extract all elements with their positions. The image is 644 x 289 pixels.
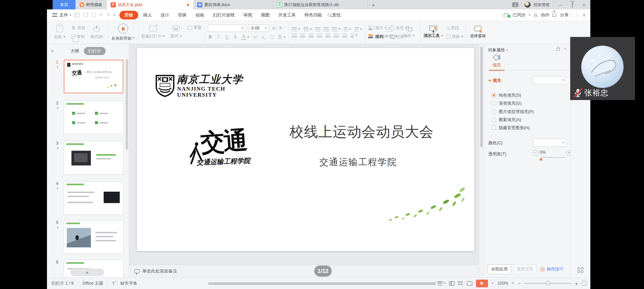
subscript-button[interactable]: x₂ [262, 35, 266, 40]
underline-button[interactable]: U [225, 35, 229, 40]
align-left-icon[interactable] [292, 34, 297, 37]
new-tab-button[interactable]: + [368, 0, 379, 9]
text-direction-button[interactable] [344, 28, 351, 31]
bold-button[interactable]: B [208, 35, 212, 40]
color-dropdown[interactable] [533, 139, 567, 147]
more-options-icon[interactable]: ⋮ [575, 12, 579, 17]
scrollbar-thumb[interactable] [480, 47, 483, 147]
shapes-button[interactable]: 形状 [400, 26, 417, 39]
tab-doc-pptx[interactable]: P 动员大会.pptx [107, 0, 193, 9]
tab-doc-docx[interactable]: W 赛前强调.docx [193, 0, 273, 9]
tab-slides[interactable]: 幻灯片 [84, 47, 106, 55]
zoom-slider[interactable] [524, 283, 571, 284]
tab-home[interactable]: 首页 [53, 0, 75, 9]
sync-status-label[interactable]: 已同步 [513, 12, 526, 18]
slide-thumbnail-1[interactable]: 交通 校线上运动会动员大会 交通运输工程学院 [64, 60, 123, 93]
numbered-list-button[interactable] [304, 28, 312, 31]
reading-view-icon[interactable] [467, 281, 472, 286]
font-name-combo[interactable] [208, 25, 246, 32]
radio-gradient-fill[interactable] [492, 101, 496, 105]
zoom-options-icon[interactable] [512, 283, 514, 284]
distribute-icon[interactable] [325, 34, 330, 37]
transparency-slider-marker[interactable] [539, 158, 543, 160]
replace-button[interactable]: 替换 [446, 34, 463, 40]
justify-icon[interactable] [317, 34, 322, 37]
tips-link[interactable]: 操作技巧 [547, 267, 564, 272]
play-from-current-button[interactable]: 从当前开始 [111, 23, 135, 41]
zoom-slider-knob[interactable] [546, 281, 550, 285]
format-painter-button[interactable]: 格式刷 [88, 25, 105, 40]
tab-insert[interactable]: 插入 [140, 11, 156, 19]
fill-preset-dropdown[interactable] [533, 76, 567, 84]
restore-button[interactable] [568, 2, 577, 7]
increase-indent-icon[interactable] [324, 28, 329, 31]
font-color-button[interactable]: A [241, 34, 249, 40]
paragraph-spacing-icon[interactable] [342, 34, 347, 37]
apps-grid-icon[interactable] [578, 267, 584, 273]
hamburger-icon[interactable] [52, 13, 57, 17]
video-call-tile[interactable]: 张裕忠 [570, 37, 635, 100]
slide-title[interactable]: 校线上运动会动员大会 [258, 123, 466, 141]
minimize-button[interactable]: — [556, 2, 565, 7]
tab-design[interactable]: 设计 [157, 11, 173, 19]
panel-close-button[interactable]: × [564, 46, 567, 51]
customize-qat-icon[interactable] [113, 14, 115, 16]
slide-sorter-icon[interactable] [458, 281, 463, 286]
play-options-icon[interactable] [492, 283, 494, 284]
radio-picture-texture-fill[interactable] [492, 109, 496, 114]
layout-button[interactable]: 版式 [168, 26, 184, 39]
redo-icon[interactable]: ↷ [106, 12, 110, 17]
tab-animation[interactable]: 动画 [192, 11, 208, 19]
transparency-minus-button[interactable]: − [533, 150, 538, 156]
find-button[interactable]: 查找 [446, 25, 463, 31]
reset-background-button[interactable]: 重置背景 [513, 264, 537, 274]
user-avatar[interactable] [525, 2, 531, 8]
tab-slideshow[interactable]: 幻灯片放映 [209, 11, 238, 19]
tab-transition[interactable]: 切换 [174, 11, 191, 19]
fill-section-header[interactable]: 填充 [488, 78, 501, 84]
strikethrough-button[interactable]: S [233, 35, 237, 40]
radio-pattern-fill[interactable] [492, 117, 496, 122]
hide-background-checkbox[interactable] [492, 126, 496, 130]
slide-thumbnail-2[interactable] [64, 101, 123, 134]
chevron-down-icon[interactable] [506, 50, 508, 51]
tab-view[interactable]: 视图 [257, 11, 273, 19]
missing-font-label[interactable]: 缺失字体 [120, 281, 137, 286]
collapse-ribbon-icon[interactable]: ∧ [582, 12, 586, 17]
fullscreen-icon[interactable] [582, 281, 586, 286]
print-icon[interactable] [83, 13, 88, 17]
fill-tab[interactable]: 填充 [489, 54, 504, 71]
tab-outline[interactable]: 大纲 [70, 48, 79, 54]
decrease-font-icon[interactable]: A⁻ [279, 25, 283, 31]
search-button[interactable]: 查找 [328, 12, 341, 18]
decrease-indent-icon[interactable] [315, 28, 320, 31]
close-button[interactable]: × [580, 2, 588, 8]
zoom-level[interactable]: 100% [497, 281, 508, 286]
transparency-slider-track[interactable] [541, 157, 565, 158]
radio-solid-fill[interactable] [492, 93, 496, 97]
paste-button[interactable]: 粘贴 [51, 25, 68, 40]
slide-editor[interactable]: 南京工业大学 NANJING TECH UNIVERSITY 交通 交通运输工程… [137, 48, 474, 251]
save-icon[interactable] [75, 13, 80, 17]
cut-button[interactable]: 剪切 [71, 25, 85, 31]
align-right-icon[interactable] [309, 34, 314, 37]
clear-format-icon[interactable] [269, 35, 275, 40]
slide-thumbnail-3[interactable] [64, 141, 123, 175]
lock-icon[interactable] [556, 48, 560, 51]
zoom-in-button[interactable]: + [575, 281, 578, 286]
notes-bar[interactable]: 单击此处添加备注 [129, 265, 479, 277]
selection-pane-button[interactable]: 选择窗格 [470, 26, 486, 39]
tab-special-features[interactable]: 特色功能 [301, 11, 326, 19]
notification-badge[interactable]: 3 [512, 2, 518, 7]
bullet-list-button[interactable] [292, 28, 300, 31]
file-menu-button[interactable]: 文件 [59, 12, 71, 18]
undo-icon[interactable]: ↶ [99, 12, 103, 17]
tab-developer[interactable]: 开发工具 [275, 11, 300, 19]
thumbnail-scrollbar[interactable] [126, 59, 128, 150]
tab-home-ribbon[interactable]: 开始 [119, 11, 138, 19]
columns-button[interactable] [332, 28, 340, 31]
slide-thumbnail-5[interactable] [64, 220, 123, 254]
reset-button[interactable]: 重置 [187, 25, 202, 31]
spacing-options-button[interactable] [351, 34, 358, 37]
collaborate-button[interactable]: 协作 [541, 12, 549, 18]
